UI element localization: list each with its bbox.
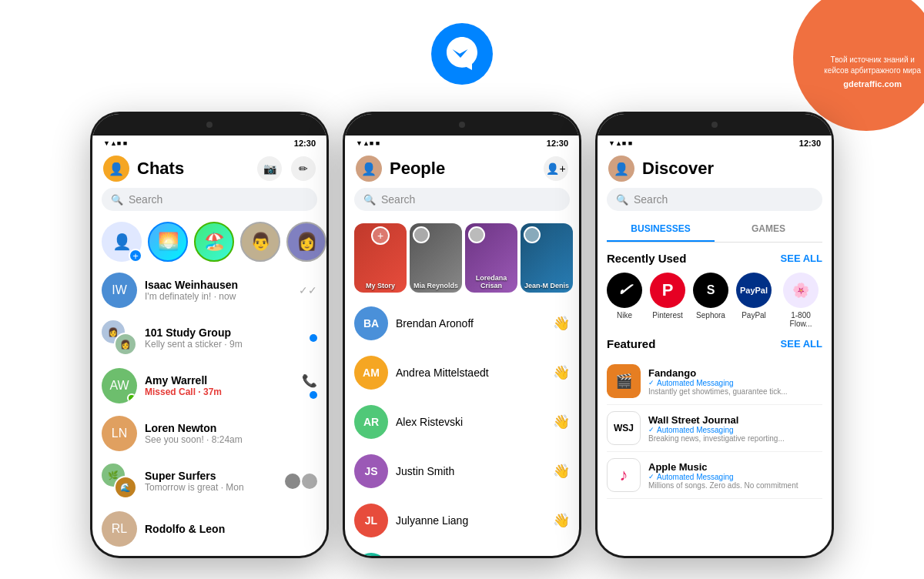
wave-icon-alex[interactable]: 👋 [553,413,570,430]
phone1-time: 12:30 [294,139,316,148]
svg-point-0 [431,23,493,85]
phone3-user-avatar[interactable]: 👤 [608,156,634,182]
phone1-story-my[interactable]: 👤 + [102,222,142,262]
featured-badge-text-apple-music: Automated Messaging [657,473,734,481]
brand-logo-paypal: PayPal [736,273,772,308]
phone1-search-icon: 🔍 [111,194,123,206]
recently-used-header: Recently Used SEE ALL [607,252,822,265]
phone1-camera [206,122,213,128]
promo-text-line1: Твой источник знаний и [824,55,921,65]
people-item-andrea[interactable]: AM Andrea Mittelstaedt 👋 [345,348,579,397]
phone2-user-avatar[interactable]: 👤 [356,156,382,182]
chat-avatar-rodolfo: RL [102,511,137,547]
featured-apple-music[interactable]: ♪ Apple Music ✓ Automated Messaging Mill… [607,452,822,499]
wave-icon-justin[interactable]: 👋 [553,463,570,480]
phone3-tabs: BUSINESSES GAMES [607,217,822,243]
people-avatar-andrea: AM [354,356,388,390]
phone1-story-4[interactable]: 👩 [286,222,326,262]
featured-see-all[interactable]: SEE ALL [781,338,822,350]
phone3-search[interactable]: 🔍 Search [607,188,822,211]
featured-info-apple-music: Apple Music ✓ Automated Messaging Millio… [648,461,822,490]
phone1-edit-btn[interactable]: ✏ [291,156,316,181]
phone-chats: ▼▲■ ■ 12:30 👤 Chats 📷 ✏ 🔍 Search [90,112,329,558]
chat-item-loren[interactable]: LN Loren Newton See you soon! · 8:24am [92,410,326,457]
featured-info-fandango: Fandango ✓ Automated Messaging Instantly… [648,367,822,396]
tab-games[interactable]: GAMES [715,217,822,242]
phone2-story-loredana[interactable]: Loredana Crisan [465,223,517,293]
recently-used-see-all[interactable]: SEE ALL [781,253,822,264]
chat-item-surfers[interactable]: 🌿 🌊 Super Surfers Tomorrow is great · Mo… [92,457,326,505]
brand-sephora[interactable]: S Sephora [693,273,728,328]
people-item-brendan[interactable]: BA Brendan Aronoff 👋 [345,299,579,348]
phone2-story-jean[interactable]: Jean-M Denis [521,223,573,293]
phone2-search[interactable]: 🔍 Search [354,188,570,211]
phone2-add-friend-btn[interactable]: 👤+ [544,156,568,181]
phone2-story-mia-label: Mia Reynolds [410,282,462,290]
brand-logo-nike: ✓ [607,273,642,308]
featured-logo-apple-music: ♪ [607,458,641,492]
phone1-story-2[interactable]: 🏖️ [194,222,234,262]
chat-item-study[interactable]: 👩 👩 101 Study Group Kelly sent a sticker… [92,314,326,362]
phone2-camera [459,122,465,128]
people-name-justin: Justin Smith [396,465,545,477]
people-avatar-alex: AR [354,405,388,439]
phone2-story-loredana-avatar [468,226,485,243]
chat-item-amy[interactable]: AW Amy Warrell Missed Call · 37m 📞 [92,362,326,410]
chat-item-isaac[interactable]: IW Isaac Weinhausen I'm definately in! ·… [92,266,326,314]
phone3-search-text: Search [634,193,668,206]
chat-avatar-loren: LN [102,416,137,451]
featured-desc-fandango: Instantly get showtimes, guarantee tick.… [648,387,822,396]
people-item-julyanne[interactable]: JL Julyanne Liang 👋 [345,496,579,545]
phone1-camera-btn[interactable]: 📷 [257,156,282,181]
phone2-story-mystory[interactable]: + My Story [354,223,407,293]
phone3-statusbar: ▼▲■ ■ 12:30 [598,136,832,151]
chat-item-rodolfo[interactable]: RL Rodolfo & Leon [92,505,326,553]
featured-fandango[interactable]: 🎬 Fandango ✓ Automated Messaging Instant… [607,358,822,405]
phone-discover: ▼▲■ ■ 12:30 👤 Discover 🔍 Search BUSINESS… [595,112,834,558]
phone1-story-3[interactable]: 👨 [240,222,280,262]
featured-desc-apple-music: Millions of songs. Zero ads. No commitme… [648,481,822,490]
phone3-search-icon: 🔍 [616,194,628,206]
phone2-search-icon: 🔍 [363,194,376,206]
phone1-stories: 👤 + 🌅 🏖️ 👨 [92,217,326,266]
featured-logo-fandango: 🎬 [607,364,641,398]
people-item-justin[interactable]: JS Justin Smith 👋 [345,447,579,496]
phone1-user-avatar[interactable]: 👤 [103,156,129,182]
featured-title: Featured [607,337,655,350]
brand-nike[interactable]: ✓ Nike [607,273,642,328]
featured-badge-text-wsj: Automated Messaging [657,426,734,434]
phone2-story-jean-avatar [524,226,541,243]
read-check-isaac: ✓✓ [299,284,317,296]
people-item-alex[interactable]: AR Alex Ristevski 👋 [345,397,579,447]
chat-content-isaac: Isaac Weinhausen I'm definately in! · no… [145,279,291,302]
featured-header: Featured SEE ALL [607,337,822,350]
featured-name-fandango: Fandango [648,367,822,379]
phone1-story-1[interactable]: 🌅 [148,222,188,262]
brand-paypal[interactable]: PayPal PayPal [736,273,772,328]
people-avatar-brendan: BA [354,306,388,340]
phone3-header: 👤 Discover [598,151,832,188]
phone1-search[interactable]: 🔍 Search [102,188,317,211]
people-name-julyanne: Julyanne Liang [396,514,545,527]
phone2-story-mia[interactable]: Mia Reynolds [410,223,462,293]
chat-preview-isaac: I'm definately in! · now [145,291,291,302]
brand-logo-1800: 🌸 [783,273,819,308]
brand-1800[interactable]: 🌸 1-800 Flow... [779,273,822,328]
featured-desc-wsj: Breaking news, investigative reporting..… [648,434,822,443]
add-story-plus: + [129,249,142,263]
brand-name-pinterest: Pinterest [652,311,682,320]
people-avatar-julyanne: JL [354,504,388,537]
featured-wsj[interactable]: WSJ Wall Street Journal ✓ Automated Mess… [607,405,822,452]
chat-name-study: 101 Study Group [145,326,302,339]
tab-businesses[interactable]: BUSINESSES [607,217,715,242]
phone2-title: People [390,159,445,179]
people-item-bandclub[interactable]: BC Band Club 👋 [345,545,579,556]
brand-name-paypal: PayPal [742,311,766,320]
phone3-camera [711,122,718,128]
brands-row: ✓ Nike P Pinterest S [607,273,822,328]
wave-icon-andrea[interactable]: 👋 [553,364,570,381]
phone2-statusbar: ▼▲■ ■ 12:30 [345,136,579,151]
wave-icon-brendan[interactable]: 👋 [553,315,570,332]
wave-icon-julyanne[interactable]: 👋 [553,512,570,529]
brand-pinterest[interactable]: P Pinterest [650,273,685,328]
